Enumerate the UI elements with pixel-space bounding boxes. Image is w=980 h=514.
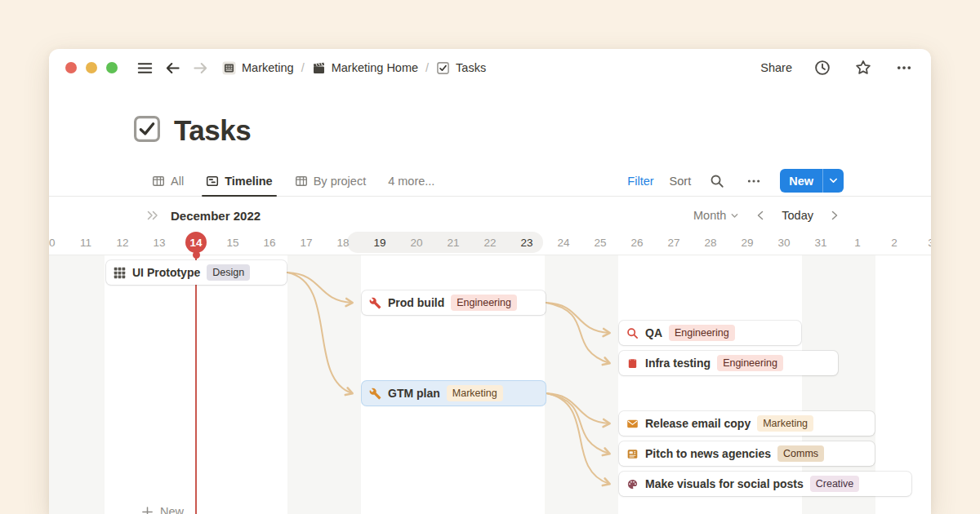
breadcrumb-label: Tasks bbox=[456, 61, 486, 74]
task-tag: Engineering bbox=[717, 355, 783, 371]
dates-row: 1011121314151617181920212223242526272829… bbox=[49, 230, 931, 255]
page-checkbox-icon bbox=[132, 114, 162, 147]
date-cell[interactable]: 22 bbox=[483, 237, 496, 249]
share-button[interactable]: Share bbox=[760, 61, 792, 74]
titlebar-actions: Share bbox=[760, 57, 915, 78]
date-cell[interactable]: 3 bbox=[928, 237, 931, 249]
date-cell[interactable]: 25 bbox=[594, 237, 606, 249]
date-cell[interactable]: 20 bbox=[410, 237, 422, 249]
new-task-row[interactable]: New bbox=[141, 505, 184, 514]
plus-icon bbox=[141, 506, 154, 514]
more-options-icon[interactable] bbox=[893, 57, 915, 78]
chevron-left-icon[interactable] bbox=[755, 210, 765, 221]
checkbox-icon bbox=[436, 61, 450, 75]
date-cell[interactable]: 13 bbox=[153, 237, 165, 249]
new-button[interactable]: New bbox=[780, 169, 844, 193]
new-task-label: New bbox=[160, 505, 184, 514]
task-card-gtm-plan[interactable]: GTM planMarketing bbox=[362, 381, 546, 405]
tab-label: Timeline bbox=[225, 175, 273, 188]
date-cell[interactable]: 17 bbox=[300, 237, 312, 249]
hamburger-menu-icon[interactable] bbox=[134, 57, 155, 78]
task-card-pitch-to-news-agencies[interactable]: Pitch to news agenciesComms bbox=[619, 441, 875, 466]
date-cell[interactable]: 29 bbox=[741, 237, 753, 249]
sort-button[interactable]: Sort bbox=[670, 175, 692, 188]
timeline-body: New UI PrototypeDesignProd buildEngineer… bbox=[49, 255, 931, 514]
forward-arrow-icon[interactable] bbox=[189, 57, 211, 78]
task-name: Infra testing bbox=[645, 357, 710, 370]
zoom-select[interactable]: Month bbox=[693, 209, 739, 222]
chevron-right-icon[interactable] bbox=[830, 210, 840, 221]
date-cell[interactable]: 31 bbox=[814, 237, 826, 249]
task-card-release-email-copy[interactable]: Release email copyMarketing bbox=[619, 411, 875, 436]
date-cell[interactable]: 11 bbox=[80, 237, 91, 249]
tab-label: All bbox=[171, 175, 184, 188]
date-cell[interactable]: 2 bbox=[891, 237, 898, 249]
task-card-make-visuals-for-social-posts[interactable]: Make visuals for social postsCreative bbox=[619, 472, 911, 496]
double-chevron-right-icon[interactable] bbox=[142, 205, 163, 226]
back-arrow-icon[interactable] bbox=[162, 57, 183, 78]
date-cell[interactable]: 14 bbox=[185, 232, 207, 253]
new-button-label[interactable]: New bbox=[780, 175, 822, 188]
breadcrumb-item[interactable]: Tasks bbox=[433, 60, 489, 77]
search-icon bbox=[626, 327, 639, 339]
mail-icon bbox=[626, 418, 639, 430]
date-cell[interactable]: 18 bbox=[336, 237, 349, 249]
task-name: Prod build bbox=[388, 296, 444, 309]
tab-label: 4 more... bbox=[388, 175, 434, 188]
breadcrumb-item[interactable]: Marketing Home bbox=[309, 60, 421, 77]
task-name: Release email copy bbox=[645, 417, 751, 430]
view-tabs-row: AllTimelineBy project4 more... Filter So… bbox=[49, 166, 931, 197]
maximize-window-button[interactable] bbox=[106, 62, 118, 73]
breadcrumb-separator: / bbox=[301, 61, 305, 74]
tab-4-more-[interactable]: 4 more... bbox=[388, 166, 434, 196]
wrench-icon bbox=[369, 297, 381, 309]
task-card-prod-build[interactable]: Prod buildEngineering bbox=[362, 290, 546, 315]
breadcrumb-separator: / bbox=[425, 61, 429, 74]
today-button[interactable]: Today bbox=[782, 209, 813, 222]
date-cell[interactable]: 16 bbox=[263, 237, 275, 249]
task-tag: Marketing bbox=[447, 385, 503, 401]
date-cell[interactable]: 15 bbox=[226, 237, 238, 249]
close-window-button[interactable] bbox=[65, 62, 77, 73]
date-cell[interactable]: 23 bbox=[520, 237, 532, 249]
date-cell[interactable]: 27 bbox=[667, 237, 679, 249]
timeline-controls: Month Today bbox=[693, 209, 840, 222]
date-cell[interactable]: 28 bbox=[704, 237, 716, 249]
page-header: Tasks bbox=[132, 114, 251, 147]
titlebar: Marketing/Marketing Home/Tasks Share bbox=[49, 49, 931, 86]
task-card-qa[interactable]: QAEngineering bbox=[619, 321, 801, 345]
chevron-down-icon[interactable] bbox=[823, 169, 844, 193]
view-more-icon[interactable] bbox=[743, 171, 764, 192]
date-cell[interactable]: 19 bbox=[373, 237, 385, 249]
tab-all[interactable]: All bbox=[152, 166, 184, 196]
clock-icon[interactable] bbox=[812, 57, 833, 78]
palette-icon bbox=[626, 478, 639, 490]
page-title: Tasks bbox=[174, 114, 251, 147]
minimize-window-button[interactable] bbox=[86, 62, 97, 73]
task-tag: Marketing bbox=[757, 415, 813, 432]
date-cell[interactable]: 24 bbox=[557, 237, 569, 249]
today-dot bbox=[193, 251, 200, 259]
breadcrumb-item[interactable]: Marketing bbox=[219, 60, 297, 77]
date-cell[interactable]: 12 bbox=[116, 237, 128, 249]
search-icon[interactable] bbox=[706, 171, 728, 192]
zoom-select-value[interactable]: Month bbox=[693, 209, 726, 222]
filter-button[interactable]: Filter bbox=[627, 175, 653, 188]
tab-by-project[interactable]: By project bbox=[295, 166, 366, 196]
task-card-ui-prototype[interactable]: UI PrototypeDesign bbox=[106, 260, 287, 285]
date-cell[interactable]: 10 bbox=[49, 237, 56, 249]
task-tag: Comms bbox=[777, 445, 824, 462]
tab-timeline[interactable]: Timeline bbox=[206, 166, 273, 196]
task-card-infra-testing[interactable]: Infra testingEngineering bbox=[619, 351, 838, 375]
date-cell[interactable]: 26 bbox=[630, 237, 643, 249]
star-icon[interactable] bbox=[853, 57, 874, 78]
notion-window: Marketing/Marketing Home/Tasks Share Tas… bbox=[49, 49, 931, 514]
traffic-lights bbox=[65, 62, 118, 73]
date-cell[interactable]: 21 bbox=[447, 237, 459, 249]
timeline-header: December 2022 Month Today bbox=[49, 201, 931, 230]
weekend-band bbox=[49, 255, 105, 514]
view-tabs: AllTimelineBy project4 more... bbox=[152, 166, 457, 196]
date-cell[interactable]: 30 bbox=[777, 237, 790, 249]
date-cell[interactable]: 1 bbox=[854, 237, 861, 249]
weekend-band bbox=[287, 255, 361, 514]
